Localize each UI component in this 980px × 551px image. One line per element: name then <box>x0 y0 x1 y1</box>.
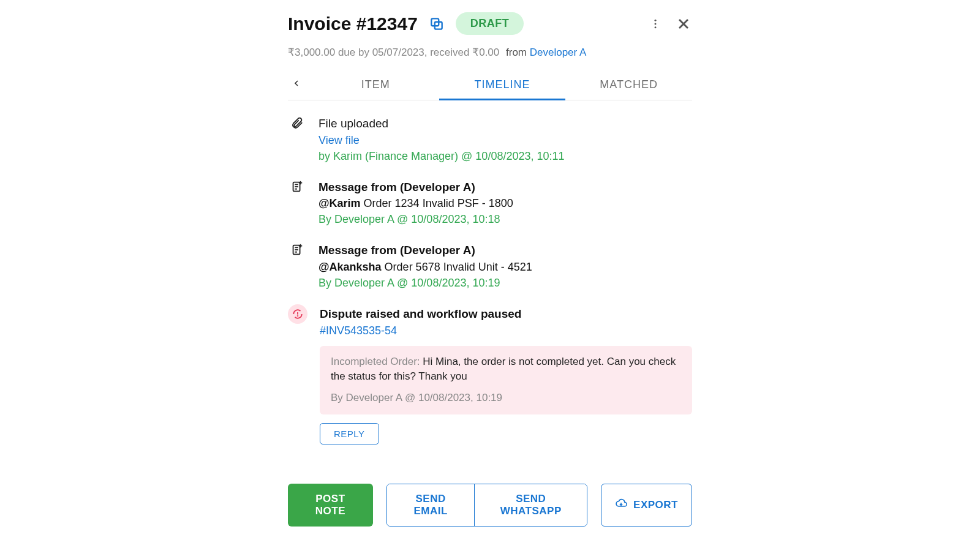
send-whatsapp-button[interactable]: SEND WHATSAPP <box>474 484 587 526</box>
message-rest: Order 1234 Invalid PSF - 1800 <box>361 197 513 209</box>
timeline-entry: Message from (Developer A) @Akanksha Ord… <box>288 242 692 291</box>
alert-icon <box>288 304 307 324</box>
svg-point-20 <box>298 316 298 317</box>
entry-message: @Akanksha Order 5678 Invalid Unit - 4521 <box>318 259 692 275</box>
entry-title: Message from (Developer A) <box>318 242 692 259</box>
message-rest: Order 5678 Invalid Unit - 4521 <box>382 261 532 273</box>
view-file-link[interactable]: View file <box>318 132 692 148</box>
svg-point-4 <box>655 26 657 28</box>
entry-meta: By Developer A @ 10/08/2023, 10:19 <box>318 275 692 291</box>
tab-back-button[interactable] <box>288 71 312 99</box>
status-badge: DRAFT <box>456 12 524 35</box>
subline-amount: ₹3,000.00 due by 05/07/2023, received ₹0… <box>288 47 499 58</box>
invoice-detail-panel: Invoice #12347 DRAFT ₹3,000.00 due by 05… <box>270 0 710 551</box>
copy-icon[interactable] <box>429 16 445 32</box>
invoice-subline: ₹3,000.00 due by 05/07/2023, received ₹0… <box>288 46 692 59</box>
tab-item[interactable]: ITEM <box>312 70 439 100</box>
timeline-entry: Message from (Developer A) @Karim Order … <box>288 179 692 228</box>
svg-point-3 <box>655 23 657 24</box>
dispute-box-label: Incompleted Order: <box>331 356 423 367</box>
export-label: EXPORT <box>633 499 678 511</box>
subline-party-link[interactable]: Developer A <box>530 47 587 58</box>
export-button[interactable]: EXPORT <box>601 484 692 527</box>
timeline-entry-dispute: Dispute raised and workflow paused #INV5… <box>288 305 692 444</box>
post-note-button[interactable]: POST NOTE <box>288 484 373 527</box>
more-icon[interactable] <box>647 15 664 32</box>
dispute-box-meta: By Developer A @ 10/08/2023, 10:19 <box>331 391 681 406</box>
tab-timeline[interactable]: TIMELINE <box>439 70 566 100</box>
entry-title: Dispute raised and workflow paused <box>320 305 692 323</box>
header-row: Invoice #12347 DRAFT <box>288 12 692 35</box>
subline-from: from <box>506 47 527 58</box>
cloud-download-icon <box>615 497 627 512</box>
dispute-message-box: Incompleted Order: Hi Mina, the order is… <box>320 346 692 414</box>
timeline-list: File uploaded View file by Karim (Financ… <box>288 100 692 465</box>
send-button-group: SEND EMAIL SEND WHATSAPP <box>386 484 587 527</box>
entry-title: Message from (Developer A) <box>318 179 692 196</box>
note-icon <box>288 179 306 228</box>
entry-message: @Karim Order 1234 Invalid PSF - 1800 <box>318 195 692 211</box>
chevron-left-icon <box>292 78 301 91</box>
paperclip-icon <box>288 115 306 164</box>
svg-point-2 <box>655 19 657 21</box>
timeline-entry: File uploaded View file by Karim (Financ… <box>288 115 692 164</box>
action-bar: POST NOTE SEND EMAIL SEND WHATSAPP EXPOR… <box>288 484 692 527</box>
entry-title: File uploaded <box>318 115 692 132</box>
entry-meta: by Karim (Finance Manager) @ 10/08/2023,… <box>318 148 692 164</box>
reply-button[interactable]: REPLY <box>320 423 379 444</box>
mention: @Akanksha <box>318 261 382 273</box>
entry-meta: By Developer A @ 10/08/2023, 10:18 <box>318 211 692 227</box>
tabs: ITEM TIMELINE MATCHED <box>288 70 692 100</box>
dispute-ref-link[interactable]: #INV543535-54 <box>320 323 692 339</box>
tab-matched[interactable]: MATCHED <box>565 70 692 100</box>
note-icon <box>288 242 306 291</box>
close-icon[interactable] <box>675 15 692 32</box>
send-email-button[interactable]: SEND EMAIL <box>387 484 475 526</box>
invoice-title: Invoice #12347 <box>288 13 418 34</box>
mention: @Karim <box>318 197 361 209</box>
